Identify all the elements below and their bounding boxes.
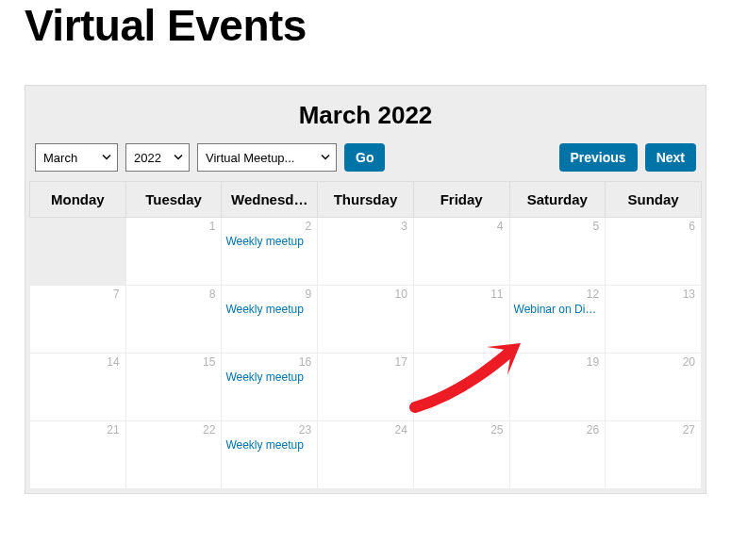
day-header: Sunday bbox=[606, 182, 702, 218]
day-header: Saturday bbox=[509, 182, 606, 218]
day-number: 6 bbox=[689, 220, 695, 233]
calendar-day-cell[interactable]: 24 bbox=[318, 421, 414, 489]
day-number: 7 bbox=[113, 288, 120, 301]
event-link[interactable]: Weekly meetup bbox=[225, 235, 313, 248]
calendar-day-cell[interactable]: 18 bbox=[413, 354, 509, 421]
day-number: 5 bbox=[593, 220, 600, 233]
day-number: 11 bbox=[490, 288, 503, 301]
day-number: 24 bbox=[394, 423, 407, 436]
day-header: Monday bbox=[30, 182, 126, 218]
year-select-value: 2022 bbox=[134, 151, 161, 165]
calendar-grid: MondayTuesdayWednesd…ThursdayFridaySatur… bbox=[29, 181, 702, 489]
calendar-week-row: 789Weekly meetup101112Webinar on Di…13 bbox=[30, 286, 702, 354]
calendar-title: March 2022 bbox=[29, 90, 702, 143]
day-number: 15 bbox=[203, 355, 215, 369]
calendar-week-row: 212223Weekly meetup24252627 bbox=[30, 421, 702, 489]
calendar-day-cell[interactable]: 12Webinar on Di… bbox=[509, 286, 606, 354]
calendar-week-row: 12Weekly meetup3456 bbox=[30, 218, 702, 286]
day-number: 23 bbox=[299, 423, 311, 436]
calendar-day-cell[interactable]: 13 bbox=[606, 286, 702, 354]
calendar-day-cell[interactable]: 8 bbox=[125, 286, 222, 354]
month-select-value: March bbox=[43, 151, 77, 165]
day-number: 21 bbox=[107, 423, 119, 436]
day-number: 12 bbox=[587, 288, 599, 301]
calendar-day-cell[interactable] bbox=[30, 218, 126, 286]
calendar-day-cell[interactable]: 15 bbox=[125, 354, 222, 421]
day-number: 4 bbox=[497, 220, 504, 233]
calendar-day-cell[interactable]: 21 bbox=[30, 421, 126, 489]
day-number: 27 bbox=[683, 423, 695, 436]
calendar-day-cell[interactable]: 10 bbox=[318, 286, 414, 354]
calendar-day-cell[interactable]: 2Weekly meetup bbox=[222, 218, 318, 286]
day-number: 26 bbox=[587, 423, 599, 436]
page-title: Virtual Events bbox=[25, 0, 706, 51]
day-number: 2 bbox=[305, 220, 311, 233]
calendar-day-cell[interactable]: 9Weekly meetup bbox=[222, 286, 318, 354]
calendar-week-row: 141516Weekly meetup17181920 bbox=[30, 354, 702, 421]
chevron-down-icon bbox=[174, 151, 183, 165]
calendar-day-cell[interactable]: 5 bbox=[509, 218, 606, 286]
event-link[interactable]: Weekly meetup bbox=[225, 438, 313, 452]
calendar-day-cell[interactable]: 17 bbox=[318, 354, 414, 421]
calendar-day-cell[interactable]: 26 bbox=[509, 421, 606, 489]
next-button[interactable]: Next bbox=[645, 143, 696, 172]
day-number: 8 bbox=[209, 288, 216, 301]
calendar-day-cell[interactable]: 20 bbox=[606, 354, 702, 421]
day-number: 22 bbox=[203, 423, 215, 436]
day-number: 13 bbox=[683, 288, 695, 301]
calendar-widget: March 2022 March 2022 Virtual Meetup... … bbox=[25, 85, 706, 494]
calendar-day-cell[interactable]: 7 bbox=[30, 286, 126, 354]
calendar-day-cell[interactable]: 16Weekly meetup bbox=[222, 354, 318, 421]
calendar-day-cell[interactable]: 25 bbox=[413, 421, 509, 489]
month-select[interactable]: March bbox=[35, 143, 118, 172]
day-number: 16 bbox=[299, 355, 311, 369]
calendar-day-cell[interactable]: 23Weekly meetup bbox=[222, 421, 318, 489]
event-link[interactable]: Weekly meetup bbox=[225, 371, 313, 384]
day-number: 3 bbox=[401, 220, 407, 233]
calendar-day-cell[interactable]: 6 bbox=[606, 218, 702, 286]
calendar-day-cell[interactable]: 11 bbox=[413, 286, 509, 354]
calendar-controls: March 2022 Virtual Meetup... Go Previous… bbox=[29, 143, 702, 181]
category-select-value: Virtual Meetup... bbox=[206, 151, 294, 165]
day-number: 17 bbox=[394, 355, 407, 369]
day-header: Friday bbox=[413, 182, 509, 218]
chevron-down-icon bbox=[102, 151, 111, 165]
previous-button[interactable]: Previous bbox=[559, 143, 638, 172]
year-select[interactable]: 2022 bbox=[125, 143, 190, 172]
calendar-day-cell[interactable]: 19 bbox=[509, 354, 606, 421]
day-number: 25 bbox=[490, 423, 503, 436]
calendar-day-cell[interactable]: 1 bbox=[125, 218, 222, 286]
day-number: 19 bbox=[587, 355, 599, 369]
day-number: 18 bbox=[490, 355, 503, 369]
calendar-day-cell[interactable]: 27 bbox=[606, 421, 702, 489]
day-header: Thursday bbox=[318, 182, 414, 218]
event-link[interactable]: Webinar on Di… bbox=[514, 303, 602, 316]
chevron-down-icon bbox=[321, 151, 330, 165]
day-number: 9 bbox=[305, 288, 311, 301]
calendar-day-cell[interactable]: 14 bbox=[30, 354, 126, 421]
day-number: 10 bbox=[394, 288, 407, 301]
category-select[interactable]: Virtual Meetup... bbox=[197, 143, 337, 172]
calendar-day-cell[interactable]: 3 bbox=[318, 218, 414, 286]
go-button[interactable]: Go bbox=[344, 143, 385, 172]
event-link[interactable]: Weekly meetup bbox=[225, 303, 313, 316]
day-header: Tuesday bbox=[125, 182, 222, 218]
calendar-day-cell[interactable]: 4 bbox=[413, 218, 509, 286]
day-number: 1 bbox=[209, 220, 216, 233]
day-number: 20 bbox=[683, 355, 695, 369]
day-number: 14 bbox=[107, 355, 119, 369]
calendar-day-cell[interactable]: 22 bbox=[125, 421, 222, 489]
day-header: Wednesd… bbox=[222, 182, 318, 218]
